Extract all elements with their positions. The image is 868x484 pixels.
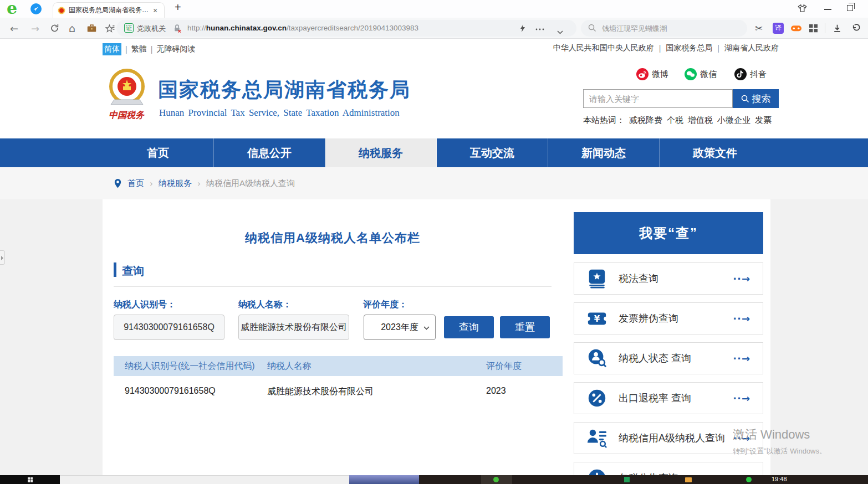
search-icon	[588, 24, 596, 34]
site-title: 国家税务总局湖南省税务局	[158, 76, 411, 104]
nav-item-tax-service[interactable]: 纳税服务	[325, 138, 437, 167]
url-scheme: http://	[187, 24, 206, 32]
taskbar-app-icon[interactable]	[746, 477, 752, 482]
tax-emblem-logo	[106, 68, 147, 112]
site-search-button[interactable]: 搜索	[733, 89, 779, 108]
douyin-icon	[734, 68, 747, 80]
sidebar-item-invoice-verify[interactable]: ¥ 发票辨伪查询 ··→	[574, 302, 763, 334]
section-title: 查询	[122, 264, 144, 279]
weibo-label: 微博	[652, 69, 668, 80]
side-panel-handle[interactable]	[0, 250, 5, 265]
lang-simplified[interactable]: 简体	[103, 43, 121, 55]
nav-item-info-disclosure[interactable]: 信息公开	[214, 138, 325, 167]
taskbar-clock[interactable]: 19:48	[772, 476, 787, 482]
new-tab-button[interactable]: +	[175, 1, 181, 14]
share-plane-icon[interactable]	[30, 3, 42, 14]
nav-item-home[interactable]: 首页	[103, 138, 214, 167]
lang-traditional[interactable]: 繁體	[131, 44, 147, 54]
taskbar-search-box[interactable]	[60, 475, 349, 484]
restore-button[interactable]	[847, 5, 853, 11]
site-utility-bar: 简体 | 繁體 | 无障碍阅读 中华人民共和国中央人民政府 | 国家税务总局 |…	[0, 39, 868, 59]
scissors-icon[interactable]: ✂	[755, 23, 763, 34]
douyin-link[interactable]: 抖音	[734, 68, 767, 80]
more-options-icon[interactable]	[535, 25, 544, 35]
favorites-star-icon[interactable]	[105, 23, 115, 33]
chevron-down-icon[interactable]	[557, 27, 563, 37]
download-icon[interactable]	[833, 23, 842, 33]
refresh-icon[interactable]	[50, 23, 59, 33]
browser-logo-icon[interactable]: e	[7, 0, 17, 18]
emblem-caption: 中国税务	[104, 110, 149, 121]
site-header: 中国税务 国家税务总局湖南省税务局 Hunan Provincial Tax S…	[0, 59, 868, 138]
taxpayer-id-label: 纳税人识别号：	[114, 299, 176, 311]
apps-grid-icon[interactable]	[809, 24, 818, 32]
query-button[interactable]: 查询	[444, 316, 494, 338]
breadcrumb-home[interactable]: 首页	[127, 178, 144, 189]
weibo-link[interactable]: 微博	[636, 68, 668, 80]
sidebar-item-tax-law-query[interactable]: 税法查询 ··→	[574, 262, 763, 295]
tab-close-icon[interactable]: ×	[153, 6, 157, 15]
sidebar-item-label: 税法查询	[619, 272, 658, 285]
arrow-icon: ··→	[733, 432, 750, 444]
undo-icon[interactable]	[851, 23, 861, 33]
tab-favicon-icon	[58, 7, 65, 14]
url-host: hunan.chinatax.gov.cn	[206, 24, 287, 32]
taxpayer-status-icon	[586, 348, 607, 369]
translate-icon[interactable]: 译	[773, 23, 784, 34]
taxpayer-name-input[interactable]	[238, 315, 349, 340]
sidebar-title: 我要“查”	[574, 212, 763, 254]
back-icon[interactable]: ←	[10, 22, 18, 34]
home-icon[interactable]: ⌂	[69, 22, 75, 34]
taxpayer-id-input[interactable]	[114, 315, 224, 340]
forward-icon[interactable]: →	[31, 22, 39, 34]
game-controller-icon[interactable]	[790, 24, 802, 32]
sidebar-item-credit-a-query[interactable]: 纳税信用A级纳税人查询 ··→	[574, 422, 763, 454]
percent-icon	[586, 388, 607, 409]
theme-shirt-icon[interactable]	[797, 3, 808, 16]
gov-link-hunan[interactable]: 湖南省人民政府	[724, 43, 779, 53]
hot-word[interactable]: 个税	[667, 115, 683, 126]
hot-word[interactable]: 发票	[755, 115, 772, 126]
url-text: http://hunan.chinatax.gov.cn/taxpayercre…	[187, 24, 418, 32]
breadcrumb: 首页 › 纳税服务 › 纳税信用A级纳税人查询	[114, 178, 295, 189]
nav-item-interaction[interactable]: 互动交流	[437, 138, 548, 167]
start-button[interactable]	[0, 475, 60, 484]
hot-word[interactable]: 小微企业	[717, 115, 750, 126]
row-taxpayer-id: 91430300079161658Q	[125, 386, 216, 396]
location-pin-icon	[114, 178, 122, 189]
browser-quick-search[interactable]: 钱塘江现罕见蝴蝶潮	[581, 20, 747, 37]
minimize-button[interactable]	[824, 9, 831, 10]
briefcase-icon[interactable]	[86, 23, 97, 33]
sidebar-item-label: 出口退税率 查询	[619, 392, 691, 405]
browser-titlebar: e 国家税务总局湖南省税务局--纳 × +	[0, 0, 868, 18]
gov-link-central[interactable]: 中华人民共和国中央人民政府	[553, 43, 654, 53]
nav-item-news[interactable]: 新闻动态	[548, 138, 660, 167]
divider: |	[717, 44, 719, 53]
sidebar-item-export-rebate[interactable]: 出口退税率 查询 ··→	[574, 382, 763, 414]
arrow-icon: ··→	[733, 313, 750, 325]
browser-tab[interactable]: 国家税务总局湖南省税务局--纳 ×	[53, 2, 165, 18]
hot-word[interactable]: 减税降费	[629, 115, 662, 126]
site-search-input[interactable]	[583, 89, 733, 108]
accessibility-link[interactable]: 无障碍阅读	[156, 44, 195, 54]
address-bar[interactable]: 证 党政机关 http://hunan.chinatax.gov.cn/taxp…	[116, 20, 576, 37]
breadcrumb-current: 纳税信用A级纳税人查询	[206, 178, 295, 189]
nav-item-policy[interactable]: 政策文件	[660, 138, 770, 167]
wechat-icon	[685, 68, 697, 80]
search-suggestion-text[interactable]: 钱塘江现罕见蝴蝶潮	[602, 24, 667, 34]
reset-button[interactable]: 重置	[500, 316, 550, 338]
year-select[interactable]: 2023年度	[364, 315, 436, 340]
sidebar-item-taxpayer-status[interactable]: 纳税人状态 查询 ··→	[574, 342, 763, 374]
browser-taskbar-icon[interactable]	[493, 477, 499, 482]
windows-logo-icon	[28, 477, 33, 482]
taskbar-photo-thumbnail[interactable]	[349, 475, 419, 484]
breadcrumb-tax-service[interactable]: 纳税服务	[159, 178, 192, 189]
hot-word[interactable]: 增值税	[688, 115, 713, 126]
invoice-icon: ¥	[586, 308, 607, 329]
taskbar-app-icon[interactable]	[624, 477, 630, 482]
sidebar-item-label: 纳税人状态 查询	[619, 352, 691, 365]
folder-taskbar-icon[interactable]	[685, 477, 692, 482]
gov-link-sta[interactable]: 国家税务总局	[666, 43, 712, 53]
lightning-icon[interactable]	[519, 24, 525, 35]
wechat-link[interactable]: 微信	[685, 68, 717, 80]
